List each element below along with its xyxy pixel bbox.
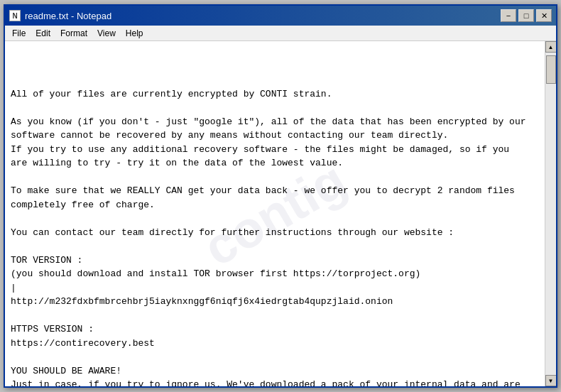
menu-format[interactable]: Format [56,27,92,40]
app-icon: N [9,10,21,21]
title-bar: N readme.txt - Notepad − □ ✕ [5,6,556,26]
menu-help[interactable]: Help [121,27,148,40]
menu-edit[interactable]: Edit [31,27,55,40]
scroll-down-button[interactable]: ▼ [545,375,557,386]
close-button[interactable]: ✕ [536,9,552,22]
menu-bar: File Edit Format View Help [5,26,556,41]
title-bar-buttons: − □ ✕ [501,9,552,22]
text-editor[interactable]: contig All of your files are currently e… [5,41,545,386]
scroll-up-button[interactable]: ▲ [545,41,557,53]
scroll-thumb[interactable] [546,55,556,84]
menu-view[interactable]: View [93,27,120,40]
notepad-window: N readme.txt - Notepad − □ ✕ File Edit F… [4,4,557,388]
scrollbar[interactable]: ▲ ▼ [545,41,556,386]
minimize-button[interactable]: − [501,9,516,22]
menu-file[interactable]: File [8,27,30,40]
maximize-button[interactable]: □ [518,9,534,22]
content-area: contig All of your files are currently e… [5,41,556,386]
scroll-track[interactable] [545,53,556,375]
title-bar-left: N readme.txt - Notepad [9,10,111,21]
text-content: All of your files are currently encrypte… [11,87,539,387]
window-title: readme.txt - Notepad [25,11,111,21]
